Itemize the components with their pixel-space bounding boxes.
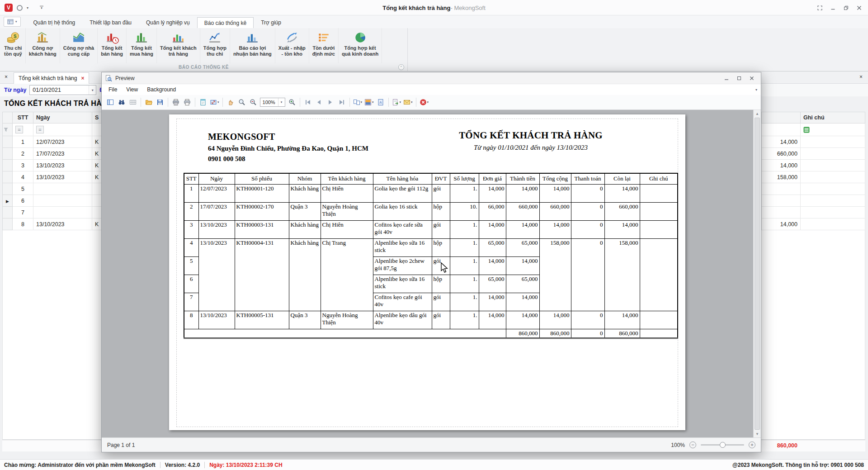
page-color-button[interactable]: ▾: [363, 96, 375, 108]
grid-cell-ghichu[interactable]: [801, 160, 865, 171]
magnifier-button[interactable]: [236, 96, 247, 108]
grid-cell-ghichu[interactable]: [801, 207, 865, 218]
grid-cell-ghichu[interactable]: [801, 195, 865, 207]
quick-print-button[interactable]: [182, 96, 193, 108]
preview-scrollbar[interactable]: ▲ ▼: [753, 110, 761, 437]
grid-cell-amount[interactable]: 14,000: [762, 160, 801, 171]
chevron-down-icon[interactable]: ▾: [27, 6, 28, 10]
hand-tool-button[interactable]: [225, 96, 236, 108]
grid-row[interactable]: ▶6: [3, 195, 102, 207]
export-button[interactable]: ▾: [391, 96, 402, 108]
chevron-down-icon[interactable]: ▾: [278, 98, 285, 106]
grid-cell-cut[interactable]: K: [92, 218, 102, 230]
grid-cell-cut[interactable]: [92, 183, 102, 195]
document-tab[interactable]: Tổng kết khách trả hàng ×: [14, 72, 89, 84]
grid-cell-ghichu[interactable]: [801, 171, 865, 183]
filter-cell[interactable]: [762, 123, 801, 136]
ribbon-tab-quan-tri-he-thong[interactable]: Quản trị hệ thống: [26, 17, 83, 28]
toolbar-overflow-icon[interactable]: ▾: [755, 88, 757, 92]
grid-row[interactable]: 660,000: [762, 148, 865, 160]
from-date-input[interactable]: 01/10/2021 ▾: [29, 85, 96, 95]
ribbon-button-cong-no-nha-cung-cap[interactable]: Công nợ nhà cung cấp: [60, 28, 98, 63]
grid-cell-stt[interactable]: 7: [13, 207, 33, 218]
grid-cell-cut[interactable]: [92, 195, 102, 207]
grid-cell-cut[interactable]: K: [92, 160, 102, 171]
grid-row[interactable]: 158,000: [762, 171, 865, 183]
grid-cell-ngay[interactable]: [33, 183, 92, 195]
app-menu-button[interactable]: ▾: [4, 17, 21, 27]
grid-col-ngay[interactable]: Ngày: [33, 112, 92, 123]
grid-cell-stt[interactable]: 4: [13, 171, 33, 183]
grid-cell-ghichu[interactable]: [801, 218, 865, 230]
menu-view[interactable]: View: [122, 84, 142, 95]
grid-cell-amount[interactable]: 660,000: [762, 148, 801, 160]
ribbon-tab-quan-ly-nghiep-vu[interactable]: Quản lý nghiệp vụ: [139, 17, 197, 28]
grid-cell-amount[interactable]: [762, 195, 801, 207]
grid-cell-amount[interactable]: 14,000: [762, 136, 801, 148]
grid-cell-amount[interactable]: [762, 183, 801, 195]
grid-cell-ghichu[interactable]: [801, 148, 865, 160]
close-all-icon[interactable]: ×: [5, 74, 8, 80]
ribbon-button-xuat-nhap-ton-kho[interactable]: Xuất - nhập - tồn kho: [275, 28, 309, 63]
scroll-up-icon[interactable]: ▲: [754, 110, 761, 117]
fullscreen-button[interactable]: [814, 2, 826, 13]
last-page-button[interactable]: [336, 96, 347, 108]
search-button[interactable]: [116, 96, 127, 108]
next-page-button[interactable]: [325, 96, 336, 108]
close-tab-icon[interactable]: ×: [81, 75, 84, 81]
grid-col-stt[interactable]: STT: [13, 112, 33, 123]
app-logo-icon[interactable]: V: [5, 4, 13, 12]
grid-cell-ngay[interactable]: 12/07/2023: [33, 136, 92, 148]
qat-customize-icon[interactable]: ▾: [40, 6, 43, 9]
menu-background[interactable]: Background: [142, 84, 180, 95]
grid-cell-amount[interactable]: 14,000: [762, 218, 801, 230]
watermark-button[interactable]: A: [375, 96, 386, 108]
close-button[interactable]: [853, 2, 865, 13]
grid-row[interactable]: 112/07/2023K: [3, 136, 102, 148]
grid-cell-cut[interactable]: K: [92, 171, 102, 183]
filter-cell[interactable]: [92, 123, 102, 136]
print-button[interactable]: [170, 96, 181, 108]
grid-row[interactable]: 413/10/2023K: [3, 171, 102, 183]
minimize-button[interactable]: [827, 2, 839, 13]
ribbon-button-ton-duoi-dinh-muc[interactable]: Tồn dưới định mức: [309, 28, 339, 63]
zoom-out-button[interactable]: [248, 96, 259, 108]
ribbon-tab-tro-giup[interactable]: Trợ giúp: [254, 17, 288, 28]
filter-equals-icon[interactable]: =: [15, 126, 23, 133]
filter-cell-ngay[interactable]: =: [33, 123, 92, 136]
ribbon-button-tong-hop-ket-qua-kinh-doanh[interactable]: Tổng hợp kết quả kinh doanh: [339, 28, 382, 63]
grid-cell-cut[interactable]: [92, 207, 102, 218]
zoom-plus-button[interactable]: +: [749, 442, 755, 448]
grid-cell-ngay[interactable]: [33, 207, 92, 218]
grid-cell-ngay[interactable]: 13/10/2023: [33, 171, 92, 183]
grid-cell-ngay[interactable]: [33, 195, 92, 207]
grid-cell-cut[interactable]: K: [92, 136, 102, 148]
first-page-button[interactable]: [302, 96, 313, 108]
ribbon-button-tong-hop-thu-chi[interactable]: Tổng hợp thu chi: [200, 28, 230, 63]
filter-grid-icon[interactable]: [801, 123, 865, 136]
grid-row[interactable]: 14,000: [762, 160, 865, 171]
grid-row[interactable]: [762, 195, 865, 207]
ribbon-collapse-icon[interactable]: ^: [398, 64, 404, 70]
ribbon-button-thu-chi-ton-quy[interactable]: $ Thu chi tồn quỹ: [1, 28, 26, 63]
ribbon-button-tong-ket-khach-tra-hang[interactable]: Tổng kết khách trả hàng: [157, 28, 200, 63]
grid-row[interactable]: [762, 183, 865, 195]
scale-button[interactable]: ▾: [209, 96, 220, 108]
grid-cell-ngay[interactable]: 17/07/2023: [33, 148, 92, 160]
zoom-minus-button[interactable]: −: [689, 442, 696, 448]
zoom-combobox[interactable]: 100% ▾: [260, 98, 285, 107]
zoom-slider[interactable]: [701, 444, 744, 446]
maximize-button[interactable]: [840, 2, 852, 13]
grid-cell-ngay[interactable]: 13/10/2023: [33, 160, 92, 171]
preview-minimize-button[interactable]: [721, 74, 732, 83]
page-setup-button[interactable]: [198, 96, 208, 108]
filter-cell-stt[interactable]: =: [13, 123, 33, 136]
ribbon-button-bao-cao-loi-nhuan[interactable]: Báo cáo lợi nhuận bán hàng: [230, 28, 275, 63]
grid-row[interactable]: 7: [3, 207, 102, 218]
ribbon-tab-bao-cao-thong-ke[interactable]: Báo cáo thống kê: [197, 17, 254, 28]
scrollbar-thumb[interactable]: [755, 118, 760, 430]
grid-cell-ngay[interactable]: 13/10/2023: [33, 218, 92, 230]
save-button[interactable]: [155, 96, 165, 108]
multiple-pages-button[interactable]: ▾: [352, 96, 363, 108]
grid-cell-ghichu[interactable]: [801, 183, 865, 195]
